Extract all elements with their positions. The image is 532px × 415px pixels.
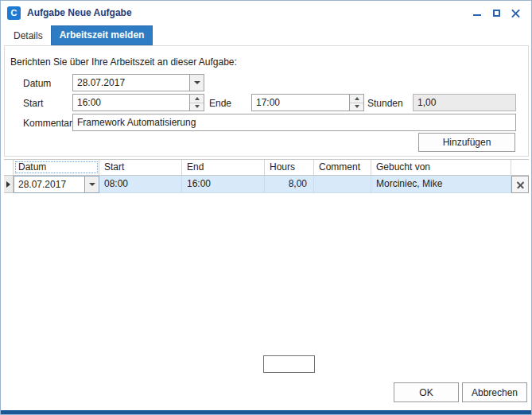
ende-spin-down-button[interactable] (350, 103, 363, 111)
kommentar-input[interactable] (73, 114, 515, 130)
hinzufuegen-button[interactable]: Hinzufügen (418, 133, 515, 152)
start-spin-buttons (189, 95, 204, 111)
empty-text-box[interactable] (263, 355, 315, 373)
table-row[interactable]: 28.07.2017 08:00 16:00 8,00 Morciniec, M… (4, 176, 529, 193)
maximize-icon (493, 10, 500, 17)
row-start-cell[interactable]: 08:00 (99, 176, 182, 193)
tab-details[interactable]: Details (6, 27, 51, 45)
instruction-text: Berichten Sie über Ihre Arbeitszeit an d… (10, 56, 237, 68)
row-datum-dropdown-button[interactable] (84, 176, 99, 192)
start-label: Start (23, 98, 43, 109)
start-spinedit[interactable] (72, 94, 204, 111)
ende-input[interactable] (252, 95, 349, 111)
maximize-button[interactable] (487, 5, 506, 21)
column-header-end[interactable]: End (182, 160, 265, 175)
row-indicator (4, 176, 14, 193)
row-comment-cell[interactable] (314, 176, 371, 193)
close-button[interactable] (506, 5, 525, 21)
column-header-datum[interactable]: Datum (14, 160, 99, 175)
delete-row-button[interactable] (511, 176, 529, 193)
kommentar-label: Kommentar (23, 118, 72, 129)
datum-label: Datum (23, 78, 51, 89)
ende-spin-buttons (349, 95, 363, 111)
task-dialog-window: C Aufgabe Neue Aufgabe Details Arbeitsze… (0, 0, 532, 415)
arrow-down-icon (355, 105, 359, 108)
titlebar: C Aufgabe Neue Aufgabe (1, 1, 531, 25)
app-icon: C (7, 6, 21, 20)
row-hours-cell[interactable]: 8,00 (265, 176, 314, 193)
column-header-hours[interactable]: Hours (265, 160, 314, 175)
tab-arbeitszeit-melden[interactable]: Arbeitszeit melden (51, 25, 153, 45)
stunden-input (414, 95, 515, 111)
column-header-start[interactable]: Start (99, 160, 182, 175)
stunden-field (413, 94, 516, 111)
window-title: Aufgabe Neue Aufgabe (27, 7, 132, 18)
datum-combobox[interactable] (72, 74, 204, 91)
bottom-accent-bar (1, 410, 531, 414)
datum-input[interactable] (73, 75, 189, 91)
ende-spinedit[interactable] (251, 94, 364, 111)
minimize-button[interactable] (468, 5, 487, 21)
row-datum-value: 28.07.2017 (14, 176, 84, 192)
arrow-up-icon (195, 97, 200, 100)
delete-icon (517, 181, 524, 188)
column-header-comment[interactable]: Comment (314, 160, 371, 175)
column-header-gebucht-von[interactable]: Gebucht von (371, 160, 511, 175)
row-end-cell[interactable]: 16:00 (182, 176, 265, 193)
tabstrip: Details Arbeitszeit melden (6, 28, 153, 45)
worktime-grid: Datum Start End Hours Comment Gebucht vo… (4, 159, 529, 193)
grid-header: Datum Start End Hours Comment Gebucht vo… (4, 159, 529, 176)
row-indicator-header (4, 160, 14, 175)
arrow-down-icon (195, 105, 200, 108)
start-spin-down-button[interactable] (190, 103, 204, 111)
minimize-icon (473, 14, 481, 16)
kommentar-field[interactable] (72, 114, 516, 131)
start-input[interactable] (73, 95, 189, 111)
start-spin-up-button[interactable] (190, 95, 204, 103)
column-header-actions (511, 160, 529, 175)
row-datum-cell[interactable]: 28.07.2017 (14, 176, 99, 193)
arrow-up-icon (355, 97, 359, 100)
stunden-label: Stunden (367, 98, 403, 109)
window-controls (468, 5, 525, 21)
row-gebucht-von-cell[interactable]: Morciniec, Mike (371, 176, 511, 193)
row-arrow-icon (6, 181, 10, 188)
ok-button[interactable]: OK (394, 382, 459, 402)
datum-dropdown-button[interactable] (189, 75, 204, 91)
close-icon (511, 9, 520, 17)
abbrechen-button[interactable]: Abbrechen (462, 382, 527, 402)
chevron-down-icon (89, 183, 95, 186)
ende-spin-up-button[interactable] (350, 95, 363, 103)
chevron-down-icon (194, 81, 200, 84)
ende-label: Ende (209, 98, 231, 109)
